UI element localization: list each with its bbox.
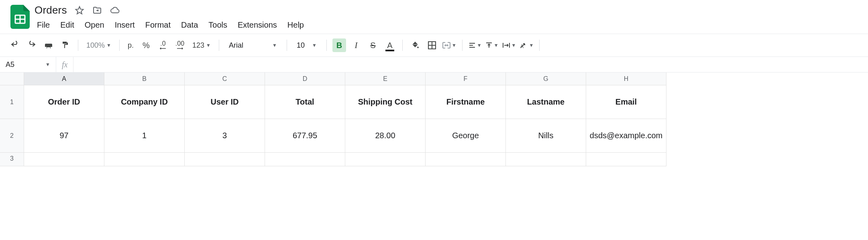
cell[interactable]: George — [426, 119, 506, 153]
cell[interactable] — [185, 153, 265, 166]
cell[interactable]: Nills — [506, 119, 586, 153]
h-align-button[interactable]: ▼ — [468, 38, 482, 52]
paint-format-button[interactable] — [59, 38, 72, 52]
font-size-dropdown[interactable]: 10 ▼ — [293, 41, 321, 50]
sheets-logo[interactable] — [8, 5, 32, 29]
rotate-button[interactable]: A ▼ — [519, 38, 534, 52]
star-icon[interactable] — [74, 5, 85, 16]
menu-help[interactable]: Help — [287, 20, 304, 30]
cell[interactable] — [426, 153, 506, 166]
font-dropdown[interactable]: Arial ▼ — [225, 41, 281, 50]
italic-button[interactable]: I — [349, 38, 363, 52]
row-header-1[interactable]: 1 — [0, 85, 24, 119]
zoom-dropdown[interactable]: 100% ▼ — [84, 41, 114, 50]
v-align-button[interactable]: ▼ — [485, 38, 499, 52]
col-header-B[interactable]: B — [104, 73, 185, 85]
col-header-G[interactable]: G — [506, 73, 586, 85]
chevron-down-icon: ▼ — [272, 42, 277, 48]
svg-rect-4 — [47, 42, 51, 43]
cell[interactable]: Shipping Cost — [345, 85, 426, 119]
row-header-2[interactable]: 2 — [0, 119, 24, 153]
zoom-value: 100% — [86, 41, 105, 50]
name-box-value: A5 — [6, 61, 14, 69]
increase-decimal-button[interactable]: .00 — [173, 38, 187, 52]
cell[interactable] — [24, 153, 104, 166]
chevron-down-icon: ▼ — [106, 42, 111, 48]
decrease-decimal-button[interactable]: .0 — [156, 38, 170, 52]
font-name: Arial — [229, 41, 243, 50]
col-header-H[interactable]: H — [586, 73, 666, 85]
text-color-button[interactable]: A — [383, 38, 397, 52]
menu-data[interactable]: Data — [181, 20, 198, 30]
cell[interactable]: dsds@example.com — [586, 119, 666, 153]
menu-format[interactable]: Format — [145, 20, 171, 30]
toolbar: 100% ▼ р. % .0 .00 123 ▼ Arial ▼ 10 ▼ B … — [0, 34, 868, 56]
print-button[interactable] — [42, 38, 55, 52]
fx-icon: fx — [56, 57, 73, 72]
formula-input[interactable] — [73, 57, 868, 72]
wrap-button[interactable]: ▼ — [502, 38, 516, 52]
cell[interactable] — [345, 153, 426, 166]
menu-edit[interactable]: Edit — [60, 20, 74, 30]
col-header-A[interactable]: A — [24, 73, 104, 85]
row-header-3[interactable]: 3 — [0, 153, 24, 166]
chevron-down-icon: ▼ — [312, 42, 317, 48]
document-title[interactable]: Orders — [35, 4, 67, 16]
cell[interactable] — [506, 153, 586, 166]
chevron-down-icon: ▼ — [477, 42, 482, 48]
col-header-C[interactable]: C — [185, 73, 265, 85]
formula-bar: A5 ▼ fx — [0, 56, 868, 73]
move-to-folder-icon[interactable] — [92, 5, 102, 16]
currency-button[interactable]: р. — [125, 38, 136, 52]
cell[interactable]: Company ID — [104, 85, 185, 119]
font-size-value: 10 — [297, 41, 305, 50]
svg-rect-3 — [47, 47, 50, 48]
cell[interactable]: 97 — [24, 119, 104, 153]
cell[interactable]: Firstname — [426, 85, 506, 119]
menu-open[interactable]: Open — [85, 20, 104, 30]
bold-button[interactable]: B — [332, 38, 346, 52]
spreadsheet-grid[interactable]: A B C D E F G H 1 Order ID Company ID Us… — [0, 73, 868, 166]
cloud-status-icon[interactable] — [110, 5, 120, 16]
cell[interactable]: User ID — [185, 85, 265, 119]
borders-button[interactable] — [425, 38, 439, 52]
col-header-F[interactable]: F — [426, 73, 506, 85]
app-header: Orders File Edit Open Insert Format Data… — [0, 0, 868, 34]
chevron-down-icon: ▼ — [529, 42, 534, 48]
cell[interactable]: Order ID — [24, 85, 104, 119]
menu-extensions[interactable]: Extensions — [238, 20, 277, 30]
col-header-E[interactable]: E — [345, 73, 426, 85]
cell[interactable] — [265, 153, 345, 166]
cell[interactable]: 677.95 — [265, 119, 345, 153]
col-header-D[interactable]: D — [265, 73, 345, 85]
select-all-corner[interactable] — [0, 73, 24, 85]
undo-button[interactable] — [8, 38, 22, 52]
svg-text:A: A — [520, 44, 524, 49]
cell[interactable]: 3 — [185, 119, 265, 153]
cell[interactable] — [104, 153, 185, 166]
menu-file[interactable]: File — [37, 20, 50, 30]
cell[interactable]: 28.00 — [345, 119, 426, 153]
cell[interactable] — [586, 153, 666, 166]
merge-cells-button[interactable]: ▼ — [442, 38, 456, 52]
chevron-down-icon: ▼ — [206, 42, 211, 48]
cell[interactable]: Lastname — [506, 85, 586, 119]
cell[interactable]: Total — [265, 85, 345, 119]
name-box[interactable]: A5 ▼ — [0, 57, 56, 72]
percent-button[interactable]: % — [139, 38, 153, 52]
cell[interactable]: Email — [586, 85, 666, 119]
chevron-down-icon: ▼ — [452, 42, 456, 48]
chevron-down-icon: ▼ — [511, 42, 516, 48]
menu-bar: File Edit Open Insert Format Data Tools … — [35, 16, 304, 34]
menu-insert[interactable]: Insert — [115, 20, 135, 30]
redo-button[interactable] — [25, 38, 39, 52]
menu-tools[interactable]: Tools — [208, 20, 227, 30]
chevron-down-icon: ▼ — [45, 62, 50, 67]
number-format-dropdown[interactable]: 123 ▼ — [190, 41, 213, 50]
cell[interactable]: 1 — [104, 119, 185, 153]
fill-color-button[interactable] — [408, 38, 422, 52]
strikethrough-button[interactable]: S — [366, 38, 380, 52]
chevron-down-icon: ▼ — [494, 42, 499, 48]
